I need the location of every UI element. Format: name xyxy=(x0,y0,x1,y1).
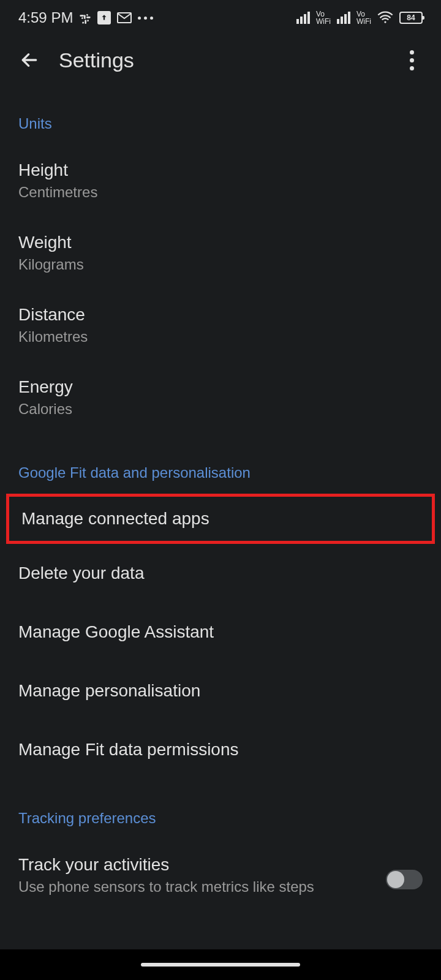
more-menu-button[interactable] xyxy=(401,49,423,71)
setting-manage-personalisation[interactable]: Manage personalisation xyxy=(0,662,441,720)
content: Units Height Centimetres Weight Kilogram… xyxy=(0,85,441,908)
page-title: Settings xyxy=(59,48,382,72)
more-vert-icon xyxy=(410,50,414,70)
vowifi-icon-2: Vo WiFi xyxy=(356,10,371,25)
setting-title: Distance xyxy=(18,305,423,325)
signal-icon-1 xyxy=(296,12,310,24)
vowifi-bottom: WiFi xyxy=(356,18,371,25)
more-notifications-icon xyxy=(138,17,153,20)
setting-subtitle: Calories xyxy=(18,401,423,418)
nav-bar xyxy=(0,949,441,980)
setting-title: Energy xyxy=(18,377,423,397)
gmail-icon xyxy=(117,12,132,23)
setting-weight[interactable]: Weight Kilograms xyxy=(0,217,441,289)
setting-title: Manage Fit data permissions xyxy=(18,740,423,760)
slack-icon xyxy=(79,12,91,24)
setting-title: Track your activities xyxy=(18,855,374,875)
setting-subtitle: Kilometres xyxy=(18,328,423,345)
setting-subtitle: Centimetres xyxy=(18,184,423,201)
vowifi-icon-1: Vo WiFi xyxy=(316,10,331,25)
setting-manage-fit-permissions[interactable]: Manage Fit data permissions xyxy=(0,720,441,779)
signal-icon-2 xyxy=(337,12,350,24)
wifi-icon xyxy=(377,10,393,26)
battery-icon: 84 xyxy=(399,12,423,24)
arrow-left-icon xyxy=(20,50,39,70)
setting-distance[interactable]: Distance Kilometres xyxy=(0,289,441,361)
status-right: Vo WiFi Vo WiFi 84 xyxy=(296,10,423,26)
setting-subtitle: Use phone sensors to track metrics like … xyxy=(18,878,374,895)
setting-track-activities[interactable]: Track your activities Use phone sensors … xyxy=(0,839,441,908)
app-bar: Settings xyxy=(0,36,441,85)
setting-delete-data[interactable]: Delete your data xyxy=(0,544,441,603)
status-left: 4:59 PM xyxy=(18,9,153,26)
setting-energy[interactable]: Energy Calories xyxy=(0,361,441,434)
setting-title: Delete your data xyxy=(18,564,423,583)
setting-title: Weight xyxy=(18,233,423,252)
toggle-knob xyxy=(387,871,404,888)
setting-manage-connected-apps[interactable]: Manage connected apps xyxy=(9,497,432,541)
section-header-data: Google Fit data and personalisation xyxy=(0,434,441,494)
vowifi-bottom: WiFi xyxy=(316,18,331,25)
status-time: 4:59 PM xyxy=(18,9,73,26)
toggle-text: Track your activities Use phone sensors … xyxy=(18,855,374,895)
setting-title: Manage Google Assistant xyxy=(18,622,423,642)
highlight-annotation: Manage connected apps xyxy=(6,494,435,544)
upload-icon xyxy=(97,11,111,24)
setting-title: Height xyxy=(18,160,423,180)
setting-manage-assistant[interactable]: Manage Google Assistant xyxy=(0,603,441,662)
back-button[interactable] xyxy=(18,49,40,71)
section-header-units: Units xyxy=(0,85,441,145)
setting-height[interactable]: Height Centimetres xyxy=(0,145,441,217)
home-indicator[interactable] xyxy=(141,963,300,967)
setting-subtitle: Kilograms xyxy=(18,256,423,273)
setting-title: Manage personalisation xyxy=(18,681,423,701)
status-bar: 4:59 PM Vo WiFi Vo WiFi 84 xyxy=(0,0,441,36)
toggle-switch[interactable] xyxy=(386,870,423,889)
section-header-tracking: Tracking preferences xyxy=(0,779,441,839)
setting-title: Manage connected apps xyxy=(21,509,420,529)
